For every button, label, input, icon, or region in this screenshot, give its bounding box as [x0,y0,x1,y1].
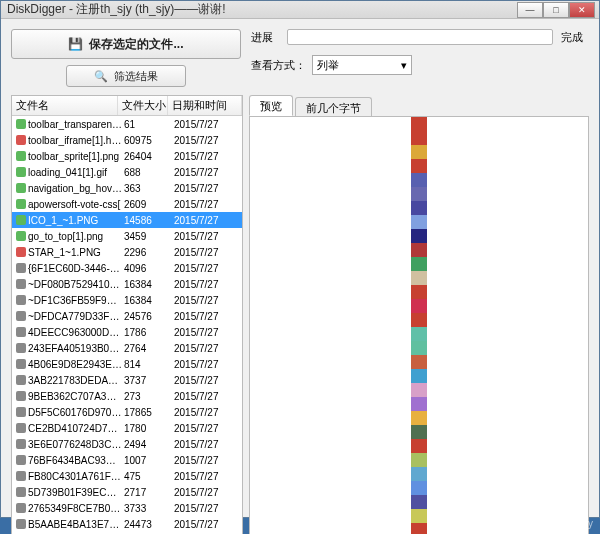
table-row[interactable]: toolbar_sprite[1].png264042015/7/27 [12,148,242,164]
filter-results-button[interactable]: 🔍 筛选结果 [66,65,186,87]
table-row[interactable]: FB80C4301A761F432...4752015/7/27 [12,468,242,484]
table-row[interactable]: 243EFA405193B01F10...27642015/7/27 [12,340,242,356]
file-size: 17865 [122,407,172,418]
col-header-date[interactable]: 日期和时间 [168,96,242,115]
table-row[interactable]: 3AB221783DEDA8F9D37372015/7/27 [12,372,242,388]
table-row[interactable]: toolbar_iframe[1].htm609752015/7/27 [12,132,242,148]
watermark: blog.163.com/th_sjy [486,518,594,529]
file-icon [14,311,28,321]
view-mode-select[interactable]: 列举 ▾ [312,55,412,75]
file-date: 2015/7/27 [172,455,242,466]
file-name: 3E6E0776248D3C4AE1 [28,439,122,450]
file-size: 1007 [122,455,172,466]
file-icon [14,199,28,209]
file-name: apowersoft-vote-css[ [28,199,122,210]
close-button[interactable]: ✕ [569,2,595,18]
table-row[interactable]: 2765349F8CE7B07CB...37332015/7/27 [12,500,242,516]
table-row[interactable]: ~DF1C36FB59F958C3...163842015/7/27 [12,292,242,308]
view-mode-label: 查看方式： [251,58,306,73]
file-size: 14586 [122,215,172,226]
table-row[interactable]: 9BEB362C707A3E300...2732015/7/27 [12,388,242,404]
file-date: 2015/7/27 [172,151,242,162]
file-icon [14,295,28,305]
file-icon [14,519,28,529]
file-name: FB80C4301A761F432... [28,471,122,482]
file-size: 273 [122,391,172,402]
file-icon [14,231,28,241]
chevron-down-icon: ▾ [401,59,407,72]
col-header-size[interactable]: 文件大小 [118,96,168,115]
table-row[interactable]: {6F1EC60D-3446-11E...40962015/7/27 [12,260,242,276]
table-row[interactable]: loading_041[1].gif6882015/7/27 [12,164,242,180]
save-icon: 💾 [68,37,83,51]
progress-done-label: 完成 [561,30,589,45]
table-row[interactable]: 4DEECC963000DE6E...17862015/7/27 [12,324,242,340]
table-row[interactable]: ~DFDCA779D33F0410...245762015/7/27 [12,308,242,324]
table-row[interactable]: 3E6E0776248D3C4AE124942015/7/27 [12,436,242,452]
file-name: B5AABE4BA13E748E0 [28,519,122,530]
minimize-button[interactable]: — [517,2,543,18]
file-date: 2015/7/27 [172,343,242,354]
table-row[interactable]: 5D739B01F39ECA76627172015/7/27 [12,484,242,500]
maximize-button[interactable]: □ [543,2,569,18]
progress-label: 进展 [251,30,279,45]
file-icon [14,183,28,193]
table-row[interactable]: CE2BD410724D775EB17802015/7/27 [12,420,242,436]
table-row[interactable]: ~DF080B75294103641163842015/7/27 [12,276,242,292]
file-size: 688 [122,167,172,178]
preview-image [411,117,427,534]
file-size: 475 [122,471,172,482]
file-date: 2015/7/27 [172,439,242,450]
file-name: 4DEECC963000DE6E... [28,327,122,338]
file-size: 814 [122,359,172,370]
table-row[interactable]: ICO_1_~1.PNG145862015/7/27 [12,212,242,228]
file-icon [14,343,28,353]
table-row[interactable]: 76BF6434BAC93B3CF10072015/7/27 [12,452,242,468]
file-name: ICO_1_~1.PNG [28,215,122,226]
file-date: 2015/7/27 [172,215,242,226]
table-row[interactable]: navigation_bg_hover[3632015/7/27 [12,180,242,196]
tab-preview[interactable]: 预览 [249,95,293,116]
file-icon [14,471,28,481]
table-row[interactable]: D5F5C60176D9702E3...178652015/7/27 [12,404,242,420]
file-name: 4B06E9D8E2943E326... [28,359,122,370]
save-selected-label: 保存选定的文件... [89,36,183,53]
file-icon [14,391,28,401]
window-title: DiskDigger - 注册th_sjy (th_sjy)——谢谢! [5,1,517,18]
file-date: 2015/7/27 [172,327,242,338]
table-row[interactable]: STAR_1~1.PNG22962015/7/27 [12,244,242,260]
file-size: 61 [122,119,172,130]
file-name: 3AB221783DEDA8F9D [28,375,122,386]
table-row[interactable]: B5AABE4BA13E748E0244732015/7/27 [12,516,242,532]
file-size: 3733 [122,503,172,514]
table-row[interactable]: toolbar_transparent[1612015/7/27 [12,116,242,132]
tab-bytes[interactable]: 前几个字节 [295,97,372,116]
file-date: 2015/7/27 [172,407,242,418]
file-name: ~DF080B75294103641 [28,279,122,290]
titlebar: DiskDigger - 注册th_sjy (th_sjy)——谢谢! — □ … [1,1,599,19]
file-size: 1786 [122,327,172,338]
table-row[interactable]: go_to_top[1].png34592015/7/27 [12,228,242,244]
save-selected-button[interactable]: 💾 保存选定的文件... [11,29,241,59]
file-name: go_to_top[1].png [28,231,122,242]
file-size: 2494 [122,439,172,450]
file-name: ~DFDCA779D33F0410... [28,311,122,322]
file-list[interactable]: toolbar_transparent[1612015/7/27toolbar_… [12,116,242,534]
file-name: loading_041[1].gif [28,167,122,178]
file-size: 363 [122,183,172,194]
file-size: 24576 [122,311,172,322]
table-row[interactable]: apowersoft-vote-css[26092015/7/27 [12,196,242,212]
file-size: 2609 [122,199,172,210]
file-date: 2015/7/27 [172,311,242,322]
file-name: D5F5C60176D9702E3... [28,407,122,418]
file-date: 2015/7/27 [172,471,242,482]
table-row[interactable]: 4B06E9D8E2943E326...8142015/7/27 [12,356,242,372]
col-header-name[interactable]: 文件名 [12,96,118,115]
window-controls: — □ ✕ [517,2,595,18]
file-icon [14,503,28,513]
file-name: 76BF6434BAC93B3CF [28,455,122,466]
file-icon [14,359,28,369]
file-size: 2296 [122,247,172,258]
file-size: 16384 [122,279,172,290]
file-icon [14,423,28,433]
